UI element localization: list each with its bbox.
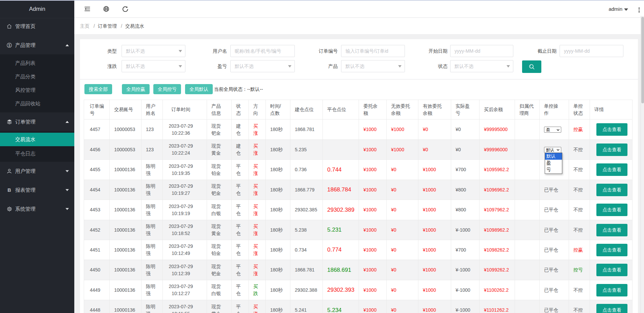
svg-text:B: B	[7, 188, 11, 193]
svg-text:$: $	[8, 44, 10, 47]
